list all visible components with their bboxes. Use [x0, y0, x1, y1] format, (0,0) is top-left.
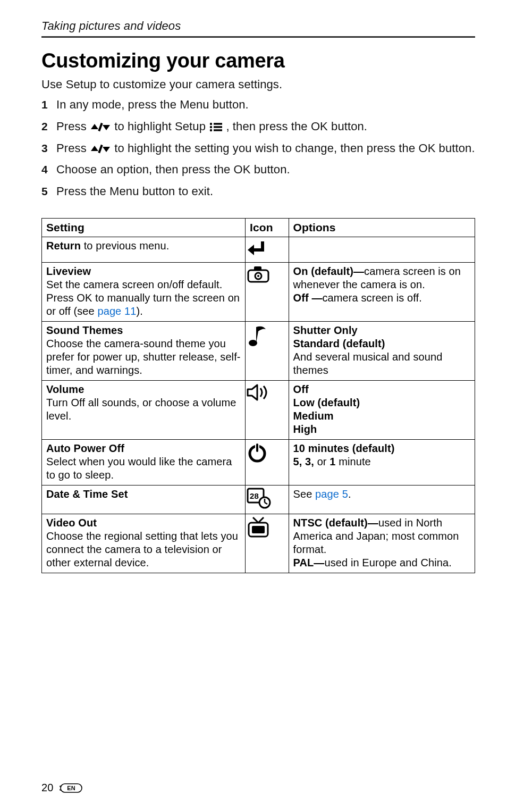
- page-title: Customizing your camera: [41, 49, 475, 72]
- svg-rect-29: [252, 526, 265, 533]
- volume-opt-off: Off: [293, 383, 470, 396]
- sound-opt-standard: Standard (default): [293, 337, 470, 350]
- svg-marker-2: [103, 125, 110, 130]
- svg-point-3: [210, 123, 212, 125]
- svg-text:28: 28: [250, 491, 259, 500]
- setup-menu-icon: [209, 122, 223, 132]
- datetime-opt-post: .: [348, 488, 351, 500]
- svg-marker-9: [91, 146, 98, 151]
- setting-autopower-desc: Select when you would like the camera to…: [46, 455, 241, 482]
- setting-sound-desc: Choose the camera-sound theme you prefer…: [46, 337, 241, 377]
- step-3: Press to highlight the setting you wish …: [41, 140, 475, 157]
- videoout-pal-text: used in Europe and China.: [324, 557, 451, 568]
- table-row: Auto Power Off Select when you would lik…: [42, 440, 475, 485]
- table-row: Date & Time Set 28 See page 5.: [42, 485, 475, 514]
- page-footer: 20 EN: [41, 782, 83, 794]
- autopower-opt-10: 10 minutes (default): [293, 442, 470, 455]
- sound-opt-other: And several musical and sound themes: [293, 350, 470, 377]
- svg-rect-6: [214, 126, 222, 128]
- music-note-icon: [247, 324, 268, 347]
- power-icon: [247, 442, 268, 463]
- col-header-setting: Setting: [42, 218, 246, 237]
- table-row: Video Out Choose the regional setting th…: [42, 514, 475, 573]
- svg-rect-1: [98, 123, 103, 131]
- table-header-row: Setting Icon Options: [42, 218, 475, 237]
- up-down-arrows-icon: [90, 144, 111, 154]
- step-3-pre: Press: [56, 141, 90, 155]
- step-3-post: to highlight the setting you wish to cha…: [114, 141, 475, 155]
- up-down-arrows-icon: [90, 122, 111, 132]
- setting-autopower-name: Auto Power Off: [46, 442, 241, 455]
- liveview-opt-off-text: camera screen is off.: [322, 292, 421, 304]
- table-row: Sound Themes Choose the camera-sound the…: [42, 322, 475, 381]
- datetime-opt-pre: See: [293, 488, 316, 500]
- step-2-mid: to highlight Setup: [114, 120, 209, 133]
- col-header-options: Options: [289, 218, 475, 237]
- step-5: Press the Menu button to exit.: [41, 183, 475, 200]
- table-row: Volume Turn Off all sounds, or choose a …: [42, 381, 475, 440]
- intro-text: Use Setup to customize your camera setti…: [41, 78, 475, 91]
- setting-liveview-desc2: ).: [136, 305, 142, 317]
- svg-rect-4: [214, 123, 222, 124]
- steps-list: In any mode, press the Menu button. Pres…: [41, 97, 475, 200]
- svg-marker-12: [248, 245, 254, 255]
- settings-table: Setting Icon Options Return to previous …: [41, 218, 475, 573]
- setting-liveview-name: Liveview: [46, 265, 241, 278]
- liveview-link[interactable]: page 11: [97, 305, 136, 317]
- date-time-icon: 28: [247, 488, 271, 509]
- step-4: Choose an option, then press the OK butt…: [41, 162, 475, 178]
- step-1: In any mode, press the Menu button.: [41, 97, 475, 113]
- svg-rect-8: [214, 129, 222, 131]
- svg-point-7: [210, 129, 212, 131]
- videoout-ntsc: NTSC (default)—: [293, 517, 378, 529]
- svg-marker-0: [91, 124, 98, 129]
- autopower-opt-531c: 1: [329, 456, 335, 467]
- videoout-pal: PAL—: [293, 557, 325, 568]
- setting-volume-desc: Turn Off all sounds, or choose a volume …: [46, 396, 241, 423]
- setting-videoout-desc: Choose the regional setting that lets yo…: [46, 530, 241, 570]
- step-2-pre: Press: [56, 120, 90, 133]
- setting-liveview-desc1: Set the camera screen on/off default. Pr…: [46, 279, 240, 317]
- speaker-icon: [247, 383, 272, 402]
- volume-opt-low: Low (default): [293, 396, 470, 409]
- autopower-opt-531d: minute: [336, 456, 371, 467]
- head-rule: [41, 36, 475, 38]
- autopower-opt-531b: or: [314, 456, 329, 467]
- running-head: Taking pictures and videos: [41, 19, 475, 33]
- svg-point-17: [249, 340, 257, 346]
- camera-icon: [247, 265, 270, 284]
- table-row: Return to previous menu.: [42, 237, 475, 263]
- svg-marker-11: [103, 147, 110, 152]
- svg-point-5: [210, 126, 212, 128]
- setting-videoout-name: Video Out: [46, 516, 241, 530]
- setting-datetime-name: Date & Time Set: [46, 488, 128, 500]
- liveview-opt-off: Off —: [293, 292, 323, 304]
- lang-pill-icon: EN: [60, 783, 83, 793]
- table-row: Liveview Set the camera screen on/off de…: [42, 263, 475, 322]
- svg-point-16: [257, 275, 259, 277]
- lang-text: EN: [67, 785, 75, 791]
- datetime-link[interactable]: page 5: [315, 488, 348, 500]
- svg-rect-10: [98, 144, 103, 153]
- svg-rect-20: [256, 443, 259, 453]
- svg-rect-14: [254, 266, 261, 271]
- page-number: 20: [41, 782, 53, 794]
- setting-return-name: Return: [46, 240, 81, 252]
- setting-return-rest: to previous menu.: [81, 240, 169, 252]
- autopower-opt-531a: 5, 3,: [293, 456, 314, 467]
- liveview-opt-on: On (default)—: [293, 265, 365, 277]
- step-2: Press to highlight Setup , then press th…: [41, 119, 475, 135]
- tv-icon: [247, 516, 270, 538]
- volume-opt-medium: Medium: [293, 409, 470, 423]
- setting-volume-name: Volume: [46, 383, 241, 396]
- svg-marker-18: [248, 385, 257, 400]
- sound-opt-shutter: Shutter Only: [293, 324, 470, 337]
- return-icon: [247, 239, 266, 257]
- volume-opt-high: High: [293, 423, 470, 436]
- col-header-icon: Icon: [246, 218, 289, 237]
- setting-sound-name: Sound Themes: [46, 324, 241, 337]
- step-2-post: , then press the OK button.: [226, 120, 367, 133]
